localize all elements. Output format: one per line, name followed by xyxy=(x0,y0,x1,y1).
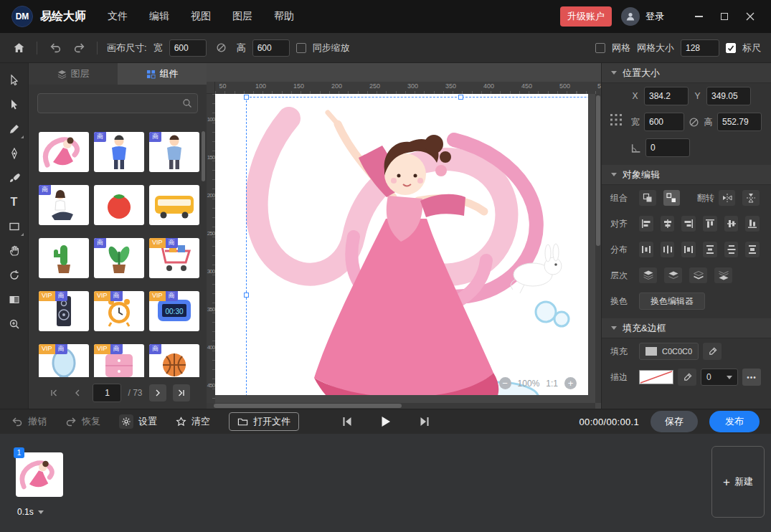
component-item-school-bus[interactable] xyxy=(149,185,199,225)
avatar[interactable] xyxy=(621,7,640,26)
zoom-tool[interactable] xyxy=(3,313,26,336)
save-button[interactable]: 保存 xyxy=(651,411,698,432)
skip-to-end-button[interactable] xyxy=(418,417,430,427)
menu-file[interactable]: 文件 xyxy=(108,10,128,23)
component-item-alarm-clock[interactable]: VIP商 xyxy=(94,291,144,331)
selection-handle-middle-left[interactable] xyxy=(244,293,249,298)
selection-box[interactable] xyxy=(246,97,588,395)
last-page-button[interactable] xyxy=(173,384,190,402)
component-item-basketball[interactable]: 商 xyxy=(149,344,199,377)
zoom-ratio[interactable]: 1:1 xyxy=(546,379,558,389)
stroke-eyedropper-button[interactable] xyxy=(678,369,696,386)
menu-view[interactable]: 视图 xyxy=(191,10,211,23)
component-item-man-standing[interactable]: 商 xyxy=(149,132,199,172)
component-item-cactus[interactable] xyxy=(39,238,89,278)
tab-components[interactable]: 组件 xyxy=(118,63,207,85)
menu-help[interactable]: 帮助 xyxy=(274,10,294,23)
align-center-horizontal-button[interactable] xyxy=(661,216,675,232)
new-frame-button[interactable]: + 新建 xyxy=(711,446,765,518)
distribute-center-horizontal-button[interactable] xyxy=(661,242,675,257)
component-item-digital-timer[interactable]: VIP商 00:30 xyxy=(149,291,199,331)
brush-tool[interactable] xyxy=(3,166,26,189)
component-item-fairy[interactable] xyxy=(39,132,89,172)
tab-layers[interactable]: 图层 xyxy=(29,63,118,85)
minimize-button[interactable] xyxy=(689,7,708,26)
x-input[interactable] xyxy=(644,87,689,105)
vertical-scroll-thumb[interactable] xyxy=(596,95,600,246)
panel-scrollbar[interactable] xyxy=(202,131,205,181)
align-bottom-button[interactable] xyxy=(745,216,760,232)
distribute-left-button[interactable] xyxy=(639,242,653,257)
redo-button[interactable] xyxy=(70,39,87,57)
component-item-potted-plant[interactable]: 商 xyxy=(94,238,144,278)
maximize-button[interactable] xyxy=(715,7,734,26)
send-to-back-button[interactable] xyxy=(714,267,732,283)
group-button[interactable] xyxy=(639,190,656,206)
timeline-frame-1[interactable]: 1 xyxy=(16,452,63,497)
hand-tool[interactable] xyxy=(3,239,26,262)
component-item-woman-kneeling[interactable]: 商 xyxy=(39,185,89,225)
grid-size-input[interactable] xyxy=(681,39,719,57)
component-item-mirror[interactable]: VIP商 xyxy=(39,344,89,377)
canvas-height-input[interactable] xyxy=(252,39,290,57)
rotate-tool[interactable] xyxy=(3,264,26,287)
pencil-tool[interactable] xyxy=(3,118,26,141)
component-item-speaker[interactable]: VIP商 xyxy=(39,291,89,331)
align-right-button[interactable] xyxy=(681,216,696,232)
component-search-input[interactable] xyxy=(37,93,198,113)
canvas[interactable]: − 100% 1:1 + xyxy=(215,94,588,395)
page-number-input[interactable] xyxy=(93,384,121,402)
stroke-more-button[interactable]: ••• xyxy=(742,369,761,386)
align-top-button[interactable] xyxy=(703,216,717,232)
undo-bottom-button[interactable]: 撤销 xyxy=(11,415,47,428)
grid-checkbox[interactable] xyxy=(595,43,605,53)
distribute-bottom-button[interactable] xyxy=(745,242,760,257)
ruler-checkbox[interactable] xyxy=(726,43,736,53)
redo-bottom-button[interactable]: 恢复 xyxy=(65,415,100,428)
link-slash-icon[interactable] xyxy=(689,117,699,128)
menu-layer[interactable]: 图层 xyxy=(232,10,252,23)
ungroup-button[interactable] xyxy=(663,190,681,206)
selection-handle-top-left[interactable] xyxy=(244,95,249,100)
fill-eyedropper-button[interactable] xyxy=(703,343,722,360)
selection-handle-top-middle[interactable] xyxy=(458,95,463,100)
vertical-scrollbar[interactable] xyxy=(595,94,601,403)
section-object-edit[interactable]: 对象编辑 xyxy=(602,165,771,185)
open-file-button[interactable]: 打开文件 xyxy=(229,412,299,431)
bring-to-front-button[interactable] xyxy=(639,267,657,283)
width-input[interactable] xyxy=(644,113,684,131)
text-tool[interactable]: T xyxy=(3,191,26,214)
home-button[interactable] xyxy=(10,39,27,57)
publish-button[interactable]: 发布 xyxy=(709,411,760,432)
clear-button[interactable]: 清空 xyxy=(176,415,210,428)
play-button[interactable] xyxy=(380,416,391,427)
section-fill-border[interactable]: 填充&边框 xyxy=(602,318,771,338)
stroke-width-select[interactable]: 0 xyxy=(701,369,738,386)
component-item-man-blue[interactable]: 商 xyxy=(94,132,144,172)
gradient-tool[interactable] xyxy=(3,288,26,311)
horizontal-scroll-thumb[interactable] xyxy=(214,404,402,408)
component-item-tomato[interactable] xyxy=(94,185,144,225)
upgrade-account-button[interactable]: 升级账户 xyxy=(560,6,612,27)
unlink-aspect-button[interactable] xyxy=(213,39,230,57)
section-position-size[interactable]: 位置大小 xyxy=(602,63,771,83)
login-button[interactable]: 登录 xyxy=(645,10,664,23)
sync-zoom-checkbox[interactable] xyxy=(296,43,306,53)
first-page-button[interactable] xyxy=(45,384,62,402)
anchor-grid-icon[interactable] xyxy=(610,113,623,126)
align-middle-vertical-button[interactable] xyxy=(724,216,739,232)
zoom-out-button[interactable]: − xyxy=(499,377,511,389)
stroke-style-swatch[interactable] xyxy=(639,370,673,384)
close-button[interactable] xyxy=(741,7,760,26)
direct-select-tool[interactable] xyxy=(3,93,26,116)
menu-edit[interactable]: 编辑 xyxy=(149,10,169,23)
recolor-editor-button[interactable]: 换色编辑器 xyxy=(639,293,705,310)
distribute-top-button[interactable] xyxy=(703,242,717,257)
fill-color-chip[interactable]: C0C0C0 xyxy=(639,343,699,360)
align-left-button[interactable] xyxy=(639,216,653,232)
flip-vertical-button[interactable] xyxy=(742,190,760,206)
height-input[interactable] xyxy=(717,113,762,131)
pen-tool[interactable] xyxy=(3,142,26,165)
rotation-input[interactable] xyxy=(645,138,690,157)
skip-to-start-button[interactable] xyxy=(341,417,353,427)
